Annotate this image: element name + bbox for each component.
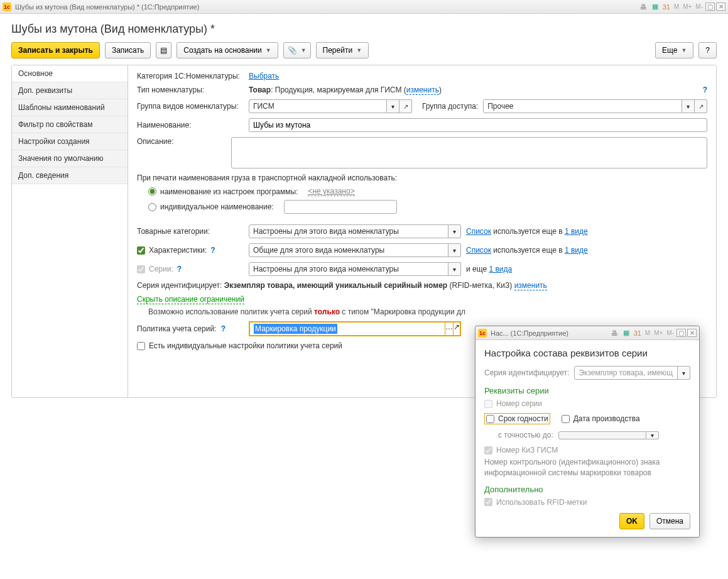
- close-icon[interactable]: ✕: [687, 329, 697, 337]
- open-icon[interactable]: ↗: [454, 322, 460, 336]
- mem-m-icon[interactable]: M: [673, 2, 680, 12]
- dropdown-icon[interactable]: ▾: [678, 366, 690, 380]
- series-more-link[interactable]: 1 вида: [489, 265, 512, 273]
- type-label: Тип номенклатуры:: [137, 85, 244, 94]
- minimize-icon[interactable]: ▢: [676, 329, 686, 337]
- main-titlebar: 1c Шубы из мутона (Вид номенклатуры) * (…: [0, 0, 728, 14]
- desc-textarea[interactable]: [231, 137, 707, 168]
- radio-program-name[interactable]: [148, 187, 156, 196]
- type-change-link[interactable]: изменить: [406, 85, 439, 95]
- dropdown-icon[interactable]: ▾: [387, 99, 399, 113]
- series-help-icon[interactable]: ?: [177, 265, 182, 273]
- characteristics-select[interactable]: Общие для этого вида номенклатуры ▾: [249, 243, 461, 257]
- print-caption: При печати наименования груза в транспор…: [137, 174, 707, 182]
- dialog-titlebar: 1c Нас... (1С:Предприятие) 🖶 ▦ 31 M M+ M…: [475, 326, 699, 340]
- radio-individual-label: индивидуальное наименование:: [160, 202, 274, 211]
- mem-mminus-icon[interactable]: M-: [694, 2, 704, 12]
- sidebar-item-templates[interactable]: Шаблоны наименований: [12, 99, 128, 116]
- group-field[interactable]: ГИСМ ▾ ↗: [249, 99, 412, 113]
- access-field[interactable]: Прочее ▾ ↗: [483, 99, 707, 113]
- sidebar-item-create-settings[interactable]: Настройки создания: [12, 133, 128, 150]
- categories-select[interactable]: Настроены для этого вида номенклатуры ▾: [249, 224, 461, 238]
- type-help-icon[interactable]: ?: [703, 85, 707, 94]
- dlg-ident-label: Серия идентифицирует:: [484, 368, 569, 377]
- sidebar-item-filter[interactable]: Фильтр по свойствам: [12, 116, 128, 133]
- dlg-chk-number: [484, 400, 492, 408]
- policy-field[interactable]: Маркировка продукции … ↗: [249, 321, 461, 336]
- chars-used-link[interactable]: 1 виде: [565, 246, 588, 255]
- series-ident-text: Серия идентифицирует: Экземпляр товара, …: [137, 281, 547, 290]
- create-based-button[interactable]: Создать на основании▼: [177, 42, 278, 58]
- program-name-hint[interactable]: <не указано>: [308, 187, 354, 196]
- chars-list-link[interactable]: Список: [466, 246, 491, 255]
- save-button[interactable]: Записать: [105, 42, 151, 58]
- dlg-ident-select[interactable]: Экземпляр товара, имеющ ▾: [574, 366, 690, 380]
- policy-label: Политика учета серий: ?: [137, 324, 244, 333]
- window-title: Шубы из мутона (Вид номенклатуры) * (1С:…: [15, 3, 639, 11]
- category-label: Категория 1С:Номенклатуры:: [137, 72, 244, 80]
- individual-policy-label: Есть индивидуальные настройки политики у…: [149, 341, 342, 350]
- access-label: Группа доступа:: [422, 102, 478, 111]
- calc-icon[interactable]: ▦: [621, 328, 631, 338]
- close-icon[interactable]: ✕: [716, 3, 725, 11]
- mem-mplus-icon[interactable]: M+: [682, 2, 693, 12]
- sidebar-item-defaults[interactable]: Значения по умолчанию: [12, 150, 128, 167]
- categories-list-link[interactable]: Список: [466, 227, 491, 236]
- page-title: Шубы из мутона (Вид номенклатуры) *: [11, 23, 717, 36]
- save-close-button[interactable]: Записать и закрыть: [11, 42, 100, 58]
- sidebar: Основное Доп. реквизиты Шаблоны наименов…: [12, 65, 128, 397]
- categories-label: Товарные категории:: [137, 227, 244, 236]
- series-checkbox: [137, 265, 145, 273]
- open-icon[interactable]: ↗: [695, 99, 707, 113]
- mem-m-icon[interactable]: M: [644, 328, 651, 338]
- page-header: Шубы из мутона (Вид номенклатуры) *: [0, 14, 728, 42]
- minimize-icon[interactable]: ▢: [705, 3, 715, 11]
- policy-help-icon[interactable]: ?: [221, 324, 225, 333]
- open-icon[interactable]: ↗: [399, 99, 412, 113]
- hide-restrictions-link[interactable]: Скрыть описание ограничений: [137, 295, 244, 304]
- individual-policy-checkbox[interactable]: [137, 342, 145, 350]
- desc-label: Описание:: [137, 137, 226, 146]
- print-icon[interactable]: 🖶: [639, 2, 649, 12]
- calc-icon[interactable]: ▦: [650, 2, 660, 12]
- characteristics-help-icon[interactable]: ?: [210, 246, 215, 255]
- dlg-section-requisites: Реквизиты серии: [484, 386, 690, 395]
- series-label-wrap: Серии: ?: [137, 265, 244, 273]
- dialog-title: Настройка состава реквизитов серии: [484, 348, 690, 358]
- name-input[interactable]: [249, 118, 707, 132]
- dropdown-icon[interactable]: ▾: [448, 262, 461, 276]
- series-select[interactable]: Настроены для этого вида номенклатуры ▾: [249, 262, 461, 276]
- sidebar-item-main[interactable]: Основное: [12, 65, 128, 82]
- mem-mplus-icon[interactable]: M+: [653, 328, 664, 338]
- app-logo-icon: 1c: [478, 329, 487, 338]
- individual-name-input[interactable]: [284, 200, 397, 214]
- go-button[interactable]: Перейти▼: [316, 42, 369, 58]
- characteristics-label-wrap: Характеристики: ?: [137, 246, 244, 255]
- name-label: Наименование:: [137, 121, 244, 130]
- mem-mminus-icon[interactable]: M-: [665, 328, 675, 338]
- titlebar-controls: 🖶 ▦ 31 M M+ M- ▢ ✕: [639, 2, 725, 12]
- help-button[interactable]: ?: [698, 42, 717, 58]
- sidebar-item-extras[interactable]: Доп. реквизиты: [12, 82, 128, 99]
- categories-used-link[interactable]: 1 виде: [565, 227, 588, 236]
- calendar-icon[interactable]: 31: [633, 328, 643, 338]
- type-value: Товар: Продукция, маркируемая для ГИСМ (…: [249, 85, 442, 94]
- ellipsis-icon[interactable]: …: [445, 322, 454, 336]
- print-icon[interactable]: 🖶: [610, 328, 620, 338]
- dropdown-icon[interactable]: ▾: [448, 224, 461, 238]
- more-button[interactable]: Еще▼: [655, 42, 693, 58]
- characteristics-checkbox[interactable]: [137, 246, 145, 255]
- form-icon-button[interactable]: ▤: [156, 42, 171, 58]
- series-ident-change-link[interactable]: изменить: [514, 281, 547, 290]
- radio-individual-name[interactable]: [148, 203, 156, 211]
- sidebar-item-extra-info[interactable]: Доп. сведения: [12, 167, 128, 184]
- restriction-text: Возможно использование политик учета сер…: [137, 307, 707, 316]
- category-choose-link[interactable]: Выбрать: [249, 72, 279, 80]
- series-settings-dialog: 1c Нас... (1С:Предприятие) 🖶 ▦ 31 M M+ M…: [475, 326, 700, 409]
- group-label: Группа видов номенклатуры:: [137, 102, 244, 111]
- calendar-icon[interactable]: 31: [661, 2, 671, 12]
- attach-button[interactable]: 📎▼: [283, 42, 311, 58]
- dropdown-icon[interactable]: ▾: [448, 243, 461, 257]
- toolbar: Записать и закрыть Записать ▤ Создать на…: [0, 42, 728, 65]
- dropdown-icon[interactable]: ▾: [682, 99, 695, 113]
